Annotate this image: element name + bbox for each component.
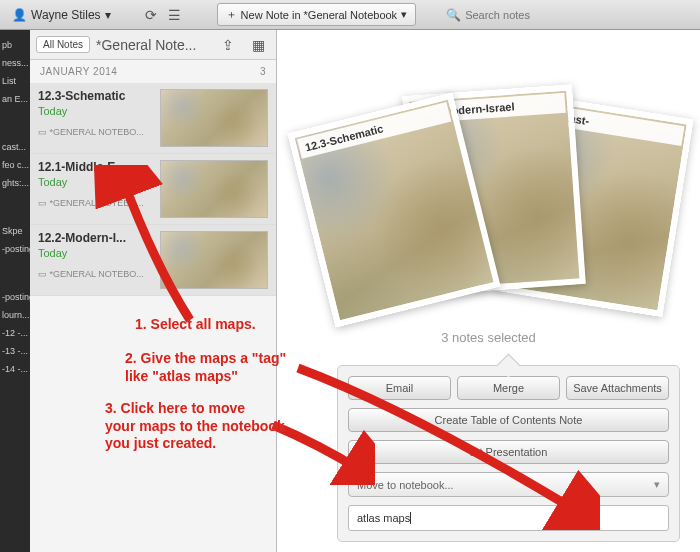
sidebar-item[interactable]: cast... <box>0 138 30 156</box>
note-detail-panel: ddle-East- 12.2-Modern-Israel 12.3-Schem… <box>277 30 700 552</box>
note-title: 12.3-Schematic <box>38 89 152 103</box>
card-label: 12.3-Schematic <box>297 102 451 159</box>
note-title: 12.1-Middle-E... <box>38 160 152 174</box>
activity-icon[interactable]: ☰ <box>166 6 184 24</box>
note-row[interactable]: 12.1-Middle-E... Today ▭ *GENERAL NOTEBO… <box>30 154 276 225</box>
annotation-3: 3. Click here to move your maps to the n… <box>105 400 285 453</box>
note-thumbnail <box>160 89 268 147</box>
search-field[interactable]: 🔍 <box>446 8 585 22</box>
start-presentation-button[interactable]: art Presentation <box>348 440 669 464</box>
notebook-title[interactable]: *General Note... <box>96 37 210 53</box>
selection-count: 3 notes selected <box>277 330 700 345</box>
tag-input-value: atlas maps <box>357 512 410 524</box>
annotation-2: 2. Give the maps a "tag" like "atlas map… <box>125 350 286 385</box>
new-note-button[interactable]: ＋ New Note in *General Notebook ▾ <box>217 3 417 26</box>
note-date: Today <box>38 105 152 117</box>
sidebar-item[interactable]: ness... <box>0 54 30 72</box>
note-notebook: ▭ *GENERAL NOTEBO... <box>38 127 152 137</box>
sidebar-item[interactable]: -posting <box>0 288 30 306</box>
tag-input[interactable]: atlas maps <box>348 505 669 531</box>
share-icon[interactable]: ⇪ <box>219 36 237 54</box>
all-notes-button[interactable]: All Notes <box>36 36 90 53</box>
search-input[interactable] <box>465 9 585 21</box>
sidebar-item[interactable]: feo c... <box>0 156 30 174</box>
sidebar-item[interactable]: -13 -... <box>0 342 30 360</box>
view-mode-icon[interactable]: ▦ <box>249 36 267 54</box>
save-attachments-button[interactable]: Save Attachments <box>566 376 669 400</box>
user-name: Wayne Stiles <box>31 8 101 22</box>
note-list-header: All Notes *General Note... ⇪ ▦ <box>30 30 276 60</box>
sidebar-item[interactable]: List <box>0 72 30 90</box>
merge-button[interactable]: Merge <box>457 376 560 400</box>
note-row[interactable]: 12.3-Schematic Today ▭ *GENERAL NOTEBO..… <box>30 83 276 154</box>
selection-card-stack: ddle-East- 12.2-Modern-Israel 12.3-Schem… <box>309 90 669 290</box>
move-label: Move to notebook... <box>357 479 454 491</box>
search-icon: 🔍 <box>446 8 461 22</box>
email-button[interactable]: Email <box>348 376 451 400</box>
sync-icon[interactable]: ⟳ <box>142 6 160 24</box>
new-note-label: New Note in *General Notebook <box>241 9 398 21</box>
chevron-down-icon: ▾ <box>105 8 111 22</box>
note-date: Today <box>38 176 152 188</box>
user-icon: 👤 <box>12 8 27 22</box>
note-row[interactable]: 12.2-Modern-I... Today ▭ *GENERAL NOTEBO… <box>30 225 276 296</box>
sidebar-item[interactable]: ghts:... <box>0 174 30 192</box>
sidebar-item[interactable]: lourn... <box>0 306 30 324</box>
month-label: JANUARY 2014 <box>40 66 117 77</box>
user-menu[interactable]: 👤 Wayne Stiles ▾ <box>4 5 119 25</box>
note-date: Today <box>38 247 152 259</box>
create-toc-button[interactable]: Create Table of Contents Note <box>348 408 669 432</box>
chevron-down-icon: ▾ <box>401 8 407 21</box>
app-toolbar: 👤 Wayne Stiles ▾ ⟳ ☰ ＋ New Note in *Gene… <box>0 0 700 30</box>
sidebar-item[interactable]: an E... <box>0 90 30 108</box>
note-list-panel: All Notes *General Note... ⇪ ▦ JANUARY 2… <box>30 30 277 552</box>
multi-select-actions-panel: Email Merge Save Attachments Create Tabl… <box>337 365 680 542</box>
sidebar-item[interactable]: pb <box>0 36 30 54</box>
sidebar-item[interactable]: Skpe <box>0 222 30 240</box>
note-notebook: ▭ *GENERAL NOTEBO... <box>38 198 152 208</box>
chevron-down-icon: ▾ <box>654 478 660 491</box>
sidebar-item[interactable]: -12 -... <box>0 324 30 342</box>
sidebar-item[interactable]: -posting <box>0 240 30 258</box>
move-to-notebook-dropdown[interactable]: Move to notebook... ▾ <box>348 472 669 497</box>
note-thumbnail <box>160 160 268 218</box>
month-count: 3 <box>260 66 266 77</box>
note-title: 12.2-Modern-I... <box>38 231 152 245</box>
left-sidebar: pb ness... List an E... cast... feo c...… <box>0 30 30 552</box>
annotation-1: 1. Select all maps. <box>135 316 256 334</box>
sidebar-item[interactable]: -14 -... <box>0 360 30 378</box>
plus-icon: ＋ <box>226 7 237 22</box>
note-thumbnail <box>160 231 268 289</box>
note-notebook: ▭ *GENERAL NOTEBO... <box>38 269 152 279</box>
month-header: JANUARY 2014 3 <box>30 60 276 83</box>
